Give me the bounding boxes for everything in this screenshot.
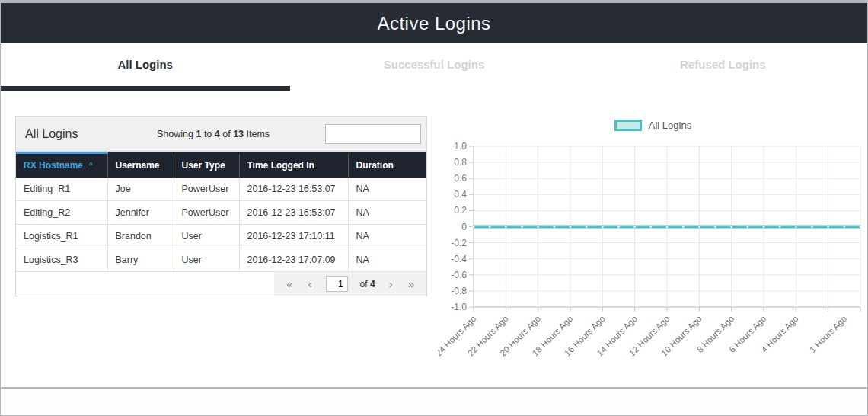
data-point: [489, 226, 491, 228]
table-cell: NA: [348, 201, 426, 225]
column-header-time-logged-in[interactable]: Time Logged In: [239, 153, 348, 178]
showing-from: 1: [196, 129, 201, 139]
showing-word: to: [204, 129, 212, 139]
column-label: Duration: [356, 160, 394, 171]
table-cell: Logistics_R3: [16, 248, 107, 272]
table-cell: PowerUser: [174, 178, 239, 201]
content-area: All Logins Showing 1 to 4 of 13 Items: [1, 91, 867, 389]
page-title: Active Logins: [377, 13, 490, 34]
chart-legend-item[interactable]: All Logins: [438, 114, 868, 136]
data-point: [746, 226, 748, 228]
column-label: Time Logged In: [247, 160, 314, 171]
data-point: [827, 226, 829, 228]
line-chart: 1.00.80.60.40.20-0.2-0.4-0.6-0.8-1.024 H…: [438, 136, 868, 379]
y-tick-label: 0.6: [454, 173, 467, 184]
page-count: of 4: [360, 279, 375, 290]
page-number-input[interactable]: [326, 276, 348, 292]
y-tick-label: -0.2: [451, 238, 467, 248]
y-tick-label: 0.8: [454, 157, 467, 168]
showing-count: Showing 1 to 4 of 13 Items: [157, 129, 270, 139]
data-point: [860, 226, 862, 228]
table-row: Editing_R1JoePowerUser2016-12-23 16:53:0…: [16, 178, 426, 201]
column-header-username[interactable]: Username: [107, 153, 174, 178]
tab-successful-logins[interactable]: Successful Logins: [289, 43, 578, 86]
column-label: Username: [116, 160, 160, 171]
data-point: [617, 226, 620, 228]
table-cell: NA: [348, 248, 426, 272]
column-label: User Type: [182, 160, 225, 171]
table-cell: Jennifer: [107, 201, 174, 225]
table-cell: Logistics_R1: [16, 225, 107, 248]
table-row: Logistics_R3BarryUser2016-12-23 17:07:09…: [16, 248, 426, 272]
column-label: RX Hostname: [24, 160, 83, 171]
search-input[interactable]: [325, 124, 421, 144]
column-header-user-type[interactable]: User Type: [174, 153, 239, 178]
legend-label: All Logins: [649, 120, 691, 131]
showing-word: Showing: [157, 129, 193, 139]
table-cell: Joe: [107, 178, 174, 201]
data-point: [714, 226, 716, 228]
table-cell: Editing_R2: [16, 201, 107, 225]
data-point: [795, 226, 797, 228]
data-point: [586, 226, 588, 228]
tab-all-logins[interactable]: All Logins: [1, 43, 289, 86]
table-cell: 2016-12-23 16:53:07: [239, 201, 348, 225]
x-tick-label: 1 Hours Ago: [808, 314, 848, 354]
active-tab-indicator: [1, 86, 290, 91]
data-point: [698, 226, 700, 228]
page-header: Active Logins: [1, 3, 867, 43]
of-label: of: [360, 279, 368, 290]
first-page-button[interactable]: «: [285, 278, 294, 290]
table-panel-header: All Logins Showing 1 to 4 of 13 Items: [16, 117, 426, 152]
tab-bar: All Logins Successful Logins Refused Log…: [1, 43, 867, 91]
table-cell: NA: [348, 178, 426, 201]
data-point: [553, 226, 555, 228]
showing-total: 13: [233, 129, 244, 139]
data-point: [537, 226, 539, 228]
data-point: [633, 226, 636, 228]
data-point: [682, 226, 685, 228]
total-pages: 4: [370, 279, 375, 290]
y-tick-label: -1.0: [451, 302, 467, 312]
next-page-button[interactable]: ›: [388, 278, 394, 290]
data-point: [666, 226, 669, 228]
y-tick-label: 1.0: [454, 141, 467, 152]
column-header-duration[interactable]: Duration: [348, 153, 426, 178]
pagination-controls: « ‹ of 4 › »: [274, 272, 426, 296]
data-point: [811, 226, 813, 228]
table-cell: 2016-12-23 16:53:07: [239, 178, 348, 201]
last-page-button[interactable]: »: [407, 278, 416, 290]
data-point: [779, 226, 781, 228]
bottom-strip: [1, 389, 867, 414]
data-point: [473, 226, 475, 228]
column-header-rx-hostname[interactable]: RX Hostname^: [16, 153, 107, 178]
table-cell: 2016-12-23 17:10:11: [239, 225, 348, 248]
y-tick-label: -0.4: [451, 254, 467, 264]
data-point: [763, 226, 765, 228]
data-point: [649, 226, 652, 228]
showing-word: Items: [247, 129, 270, 139]
tab-refused-logins[interactable]: Refused Logins: [579, 43, 867, 86]
table-cell: Barry: [107, 248, 174, 272]
logins-table: RX Hostname^ Username User Type Time Log…: [16, 152, 426, 272]
showing-to: 4: [215, 129, 220, 139]
data-point: [505, 226, 507, 228]
data-point: [521, 226, 523, 228]
table-cell: NA: [348, 225, 426, 248]
y-tick-label: 0.2: [454, 205, 467, 216]
data-point: [730, 226, 732, 228]
logins-table-panel: All Logins Showing 1 to 4 of 13 Items: [15, 116, 427, 296]
table-header-row: RX Hostname^ Username User Type Time Log…: [16, 153, 426, 178]
table-cell: Editing_R1: [16, 178, 107, 201]
table-panel-title: All Logins: [16, 127, 157, 141]
previous-page-button[interactable]: ‹: [307, 278, 314, 290]
table-cell: User: [174, 248, 239, 272]
app-window: Active Logins All Logins Successful Logi…: [1, 3, 867, 415]
table-cell: PowerUser: [174, 201, 239, 225]
table-body: Editing_R1JoePowerUser2016-12-23 16:53:0…: [16, 178, 426, 272]
data-point: [602, 226, 604, 228]
data-point: [843, 226, 845, 228]
sort-ascending-icon: ^: [89, 161, 93, 170]
showing-word: of: [222, 129, 230, 139]
y-tick-label: -0.6: [451, 270, 467, 280]
